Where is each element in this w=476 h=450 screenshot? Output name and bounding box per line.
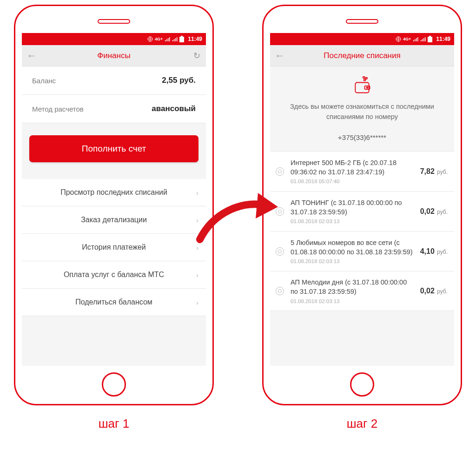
- menu-item-payment-history[interactable]: История платежей ›: [22, 234, 206, 261]
- svg-rect-3: [168, 38, 169, 41]
- svg-point-24: [364, 79, 366, 81]
- network-label: 4G+: [403, 37, 411, 41]
- chevron-right-icon: ›: [196, 216, 198, 224]
- svg-rect-9: [181, 36, 183, 37]
- menu-item-share-balance[interactable]: Поделиться балансом ›: [22, 289, 206, 316]
- svg-rect-16: [421, 40, 422, 41]
- topup-button[interactable]: Пополнить счет: [29, 135, 198, 162]
- network-label: 4G+: [155, 37, 163, 41]
- phone-speaker: [98, 19, 130, 24]
- signal-icon-2: [172, 36, 178, 42]
- svg-rect-20: [429, 36, 431, 37]
- status-bar: 4G+ 11:49: [270, 33, 454, 45]
- txn-amount: 0,02 руб.: [420, 287, 448, 295]
- home-button[interactable]: [102, 372, 126, 397]
- txn-type-icon: [276, 207, 284, 216]
- svg-rect-2: [166, 39, 167, 41]
- page-title: Последние списания: [324, 51, 400, 60]
- txn-currency: руб.: [436, 169, 448, 175]
- chevron-right-icon: ›: [196, 189, 198, 197]
- txn-description: АП Мелодии дня (с 31.07.18 00:00:00 по 3…: [291, 278, 416, 296]
- txn-amount: 4,10 руб.: [420, 247, 448, 256]
- svg-rect-5: [172, 40, 173, 41]
- txn-amount: 0,02 руб.: [420, 207, 448, 216]
- globe-icon: [147, 36, 153, 42]
- status-time: 11:49: [188, 36, 202, 42]
- phone-frame-step1: 4G+ 11:49 ← Финансы ↻ Баланс 2,55 руб. М…: [14, 5, 214, 405]
- home-button[interactable]: [350, 372, 374, 397]
- svg-rect-12: [413, 40, 414, 41]
- svg-rect-17: [422, 39, 423, 41]
- menu-label: Заказ детализации: [81, 216, 147, 224]
- txn-type-icon: [276, 247, 284, 256]
- svg-point-22: [365, 78, 367, 79]
- masked-phone: +375(33)6******: [282, 132, 442, 143]
- menu-label: Поделиться балансом: [75, 298, 152, 306]
- txn-description: 5 Любимых номеров во все сети (с 01.08.1…: [291, 238, 416, 257]
- txn-timestamp: 01.08.2018 02:03:13: [291, 218, 416, 224]
- back-icon[interactable]: ←: [26, 50, 37, 62]
- svg-rect-10: [179, 37, 184, 42]
- txn-amount: 7,82 руб.: [420, 167, 448, 176]
- menu-label: Просмотр последних списаний: [60, 188, 167, 197]
- svg-rect-8: [177, 37, 178, 41]
- transaction-row[interactable]: АП ТОНИНГ (с 31.07.18 00:00:00 по 31.07.…: [270, 191, 454, 231]
- refresh-icon[interactable]: ↻: [193, 51, 200, 61]
- menu-item-detail-order[interactable]: Заказ детализации ›: [22, 206, 206, 234]
- svg-rect-1: [165, 40, 166, 41]
- intro-text: Здесь вы можете ознакомиться с последним…: [282, 102, 442, 122]
- svg-point-27: [367, 87, 368, 88]
- method-row: Метод расчетов авансовый: [22, 95, 206, 123]
- titlebar: ← Финансы ↻: [22, 45, 206, 66]
- globe-icon: [396, 36, 401, 42]
- txn-type-icon: [276, 287, 284, 295]
- topup-button-label: Пополнить счет: [82, 144, 146, 154]
- status-time: 11:49: [436, 36, 450, 42]
- menu-item-last-charges[interactable]: Просмотр последних списаний ›: [22, 179, 206, 206]
- transaction-row[interactable]: АП Мелодии дня (с 31.07.18 00:00:00 по 3…: [270, 271, 454, 311]
- step-label-2: шаг 2: [347, 417, 378, 431]
- svg-point-23: [363, 77, 365, 79]
- txn-timestamp: 01.08.2018 05:07:40: [291, 179, 416, 184]
- txn-type-icon: [276, 167, 284, 176]
- signal-icon-2: [420, 36, 426, 42]
- menu-label: История платежей: [82, 243, 145, 251]
- txn-description: АП ТОНИНГ (с 31.07.18 00:00:00 по 31.07.…: [291, 199, 416, 217]
- chevron-right-icon: ›: [196, 298, 198, 306]
- battery-icon: [428, 36, 432, 42]
- svg-rect-4: [169, 37, 170, 41]
- battery-icon: [179, 36, 184, 42]
- wallet-icon: [352, 75, 372, 95]
- signal-icon: [413, 36, 418, 42]
- svg-rect-21: [428, 37, 432, 42]
- balance-label: Баланс: [32, 77, 56, 85]
- step-label-1: шаг 1: [99, 417, 130, 431]
- svg-rect-15: [417, 37, 418, 41]
- balance-value: 2,55 руб.: [162, 76, 196, 85]
- method-label: Метод расчетов: [32, 105, 84, 113]
- svg-rect-7: [175, 38, 176, 41]
- menu-label: Оплата услуг с баланса МТС: [64, 271, 164, 279]
- svg-rect-6: [174, 39, 175, 41]
- screen-step2: 4G+ 11:49 ← Последние списания: [270, 33, 454, 366]
- chevron-right-icon: ›: [196, 244, 198, 251]
- titlebar: ← Последние списания: [270, 45, 454, 66]
- svg-rect-14: [416, 38, 417, 41]
- phone-speaker: [346, 19, 378, 24]
- transaction-row[interactable]: 5 Любимых номеров во все сети (с 01.08.1…: [270, 231, 454, 271]
- method-value: авансовый: [152, 104, 196, 113]
- chevron-right-icon: ›: [196, 271, 198, 279]
- svg-rect-18: [423, 38, 424, 41]
- screen-step1: 4G+ 11:49 ← Финансы ↻ Баланс 2,55 руб. М…: [22, 33, 206, 366]
- svg-rect-19: [425, 37, 426, 41]
- txn-timestamp: 01.08.2018 02:03:13: [291, 258, 416, 264]
- signal-icon: [165, 36, 170, 42]
- menu-item-pay-services[interactable]: Оплата услуг с баланса МТС ›: [22, 261, 206, 289]
- txn-currency: руб.: [436, 249, 448, 255]
- transaction-row[interactable]: Интернет 500 МБ-2 ГБ (с 20.07.18 09:36:0…: [270, 151, 454, 191]
- svg-rect-13: [415, 39, 416, 41]
- status-bar: 4G+ 11:49: [22, 33, 206, 45]
- phone-frame-step2: 4G+ 11:49 ← Последние списания: [262, 5, 462, 405]
- txn-timestamp: 01.08.2018 02:03:13: [291, 298, 416, 304]
- back-icon[interactable]: ←: [275, 50, 285, 62]
